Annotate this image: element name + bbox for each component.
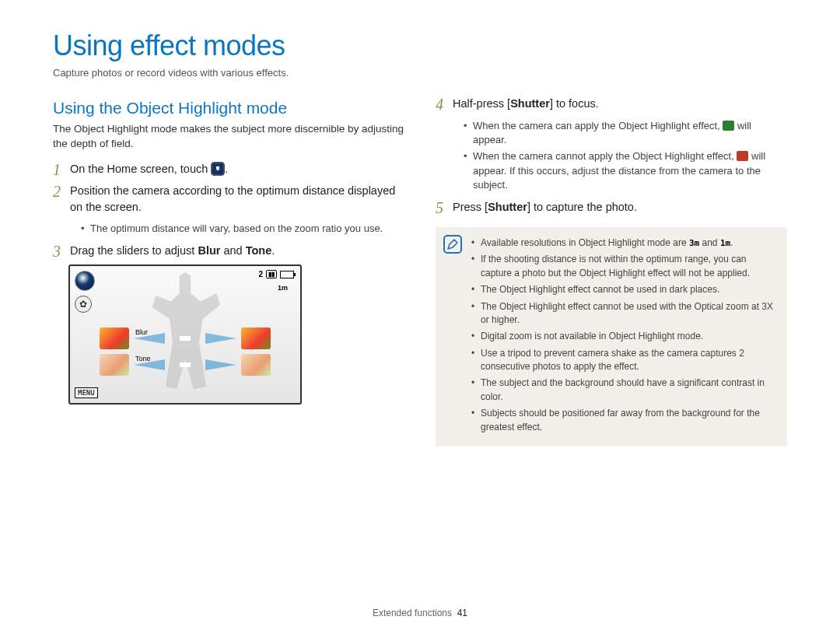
list-item: The subject and the background should ha… [471,377,776,404]
step-2-notes: The optimum distance will vary, based on… [53,220,404,243]
page-footer: Extended functions 41 [0,608,840,618]
mode-icon [75,271,95,291]
step-4: 4 Half-press [Shutter] to focus. [436,96,787,113]
shots-remaining: 2 [258,270,263,278]
step-1: 1 On the Home screen, touch . [53,161,404,178]
object-highlight-mode-icon [211,162,225,176]
effect-fail-icon [737,151,748,161]
list-item: Available resolutions in Object Highligh… [471,236,776,250]
step-text: Half-press [Shutter] to focus. [453,96,787,112]
list-item: If the shooting distance is not within t… [471,253,776,280]
blur-slider[interactable]: Blur [100,327,271,350]
slider-track[interactable] [134,363,236,367]
list-item: The Object Highlight effect cannot be us… [471,283,776,296]
list-item: When the camera cannot apply the Object … [464,149,787,192]
resolution-indicator: 1m [278,284,288,292]
step-2: 2 Position the camera according to the o… [53,183,404,215]
step-number: 1 [53,161,70,178]
step-number: 4 [436,96,453,113]
content-columns: Using the Object Highlight mode The Obje… [53,96,787,447]
step-text: Drag the sliders to adjust Blur and Tone… [70,243,404,259]
manual-page: Using effect modes Capture photos or rec… [0,0,840,634]
list-item: The optimum distance will vary, based on… [81,222,404,236]
tone-slider[interactable]: Tone [100,353,271,377]
blur-label: Blur [135,328,148,336]
step-text: Position the camera according to the opt… [70,183,404,215]
step-3: 3 Drag the sliders to adjust Blur and To… [53,243,404,260]
list-item: When the camera can apply the Object Hig… [464,119,787,147]
blur-thumb-right [241,328,271,349]
step-text: On the Home screen, touch . [70,161,404,177]
resolution-1m-icon: 1m [720,237,730,250]
screen-status-bar: 2 ▮▮ 1m [258,270,294,278]
step-number: 2 [53,183,70,200]
list-item: Use a tripod to prevent camera shake as … [471,347,776,374]
tone-thumb-left [100,354,129,376]
note-box: Available resolutions in Object Highligh… [436,227,787,447]
step-text: Press [Shutter] to capture the photo. [453,199,787,215]
slider-track[interactable] [134,336,236,341]
globe-icon: ✿ [75,296,92,313]
note-icon [443,235,462,254]
step-4-notes: When the camera can apply the Object Hig… [436,117,787,199]
step-number: 5 [436,199,453,216]
screen-left-icons: ✿ [75,271,95,313]
right-column: 4 Half-press [Shutter] to focus. When th… [436,96,787,447]
effect-ok-icon [723,121,734,131]
page-title: Using effect modes [53,30,787,62]
camera-screen-preview: ✿ 2 ▮▮ 1m Blur Tone [68,264,302,405]
storage-icon: ▮▮ [266,270,277,278]
left-column: Using the Object Highlight mode The Obje… [53,96,404,447]
step-number: 3 [53,243,70,260]
tone-label: Tone [135,355,151,363]
section-desc: The Object Highlight mode makes the subj… [53,122,404,152]
battery-icon [280,271,294,278]
list-item: The Object Highlight effect cannot be us… [471,300,776,328]
list-item: Digital zoom is not available in Object … [471,330,776,343]
section-title: Using the Object Highlight mode [53,99,404,117]
menu-button[interactable]: MENU [75,387,98,398]
list-item: Subjects should be positioned far away f… [471,407,776,434]
blur-thumb-left [100,328,129,349]
resolution-3m-icon: 3m [689,237,699,250]
pencil-icon [446,238,459,250]
footer-section: Extended functions [373,608,452,618]
page-number: 41 [457,608,467,618]
tone-thumb-right [241,354,271,376]
step-5: 5 Press [Shutter] to capture the photo. [436,199,787,216]
page-subtitle: Capture photos or record videos with var… [53,67,787,79]
